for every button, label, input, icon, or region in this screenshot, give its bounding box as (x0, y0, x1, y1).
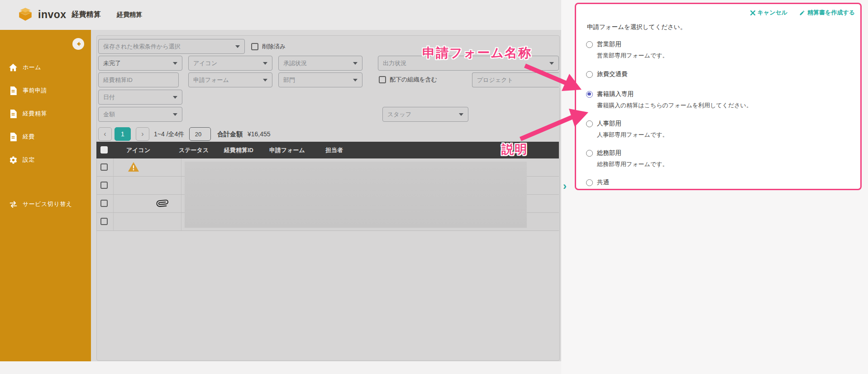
include-sub-org-checkbox-row[interactable]: 配下の組織を含む (379, 76, 437, 84)
form-option-hr[interactable]: 人事部用 (586, 120, 621, 128)
form-option-description: 人事部専用フォームです。 (597, 131, 668, 139)
form-option-common[interactable]: 共通 (586, 178, 609, 187)
include-sub-org-label: 配下の組織を含む (390, 76, 437, 84)
prev-page-button[interactable]: ‹ (98, 127, 112, 141)
sidebar-item-pre-application[interactable]: 事前申請 (0, 83, 91, 98)
expense-id-input[interactable]: 経費精算ID (98, 72, 179, 87)
sidebar-item-label: 経費 (23, 133, 35, 141)
row-checkbox[interactable] (100, 218, 108, 225)
radio-selected-icon[interactable] (586, 91, 593, 98)
per-page-value: 20 (195, 131, 201, 138)
saved-search-select[interactable]: 保存された検索条件から選択 (98, 39, 245, 54)
application-form-select[interactable]: 申請フォーム (188, 72, 272, 87)
deleted-checkbox-row[interactable]: 削除済み (251, 43, 286, 51)
department-select[interactable]: 部門 (278, 72, 362, 87)
sidebar-item-label: ホーム (23, 63, 41, 72)
form-option-general-affairs[interactable]: 総務部用 (586, 149, 621, 157)
create-settlement-label: 精算書を作成する (807, 9, 855, 17)
sidebar-item-expense-settlement[interactable]: 経費精算 (0, 106, 91, 121)
row-checkbox[interactable] (100, 182, 108, 189)
bottom-strip (0, 361, 561, 374)
invox-logo-icon (17, 7, 33, 22)
paperclip-icon (157, 197, 168, 209)
form-option-label: 総務部用 (597, 149, 621, 157)
column-header-icon[interactable]: アイコン (126, 146, 150, 154)
chevron-down-icon (459, 113, 463, 116)
current-page-button[interactable]: 1 (114, 127, 131, 141)
form-option-label: 営業部用 (597, 40, 621, 48)
form-option-description: 総務部専用フォームです。 (597, 160, 668, 168)
sidebar-item-switch-service[interactable]: サービス切り替え (0, 197, 91, 212)
app-root: invox 経費精算 経費精算 ホーム 事前申請 経費 (0, 0, 868, 374)
create-settlement-button[interactable]: 精算書を作成する (799, 9, 855, 17)
document-icon (8, 133, 18, 141)
next-page-button[interactable]: › (136, 127, 149, 141)
project-input[interactable]: プロジェクト (472, 72, 559, 87)
panel-actions: キャンセル 精算書を作成する (750, 9, 855, 17)
select-all-checkbox[interactable] (100, 146, 108, 153)
amount-select[interactable]: 金額 (98, 107, 182, 122)
table-header: アイコン ステータス 経費精算ID 申請フォーム 担当者 (96, 142, 559, 158)
brand-name: invox (38, 9, 67, 21)
deleted-checkbox[interactable] (251, 43, 258, 50)
chevron-down-icon (549, 62, 554, 65)
radio-unselected-icon[interactable] (586, 41, 593, 48)
main-content: 保存された検索条件から選択 削除済み 未完了 アイコン 承認状況 出力状況 経費… (91, 30, 561, 361)
icon-select[interactable]: アイコン (188, 56, 272, 71)
form-option-travel[interactable]: 旅費交通費 (586, 70, 628, 78)
brand-suffix: 経費精算 (72, 10, 101, 19)
expense-id-placeholder: 経費精算ID (103, 76, 133, 84)
chevron-right-icon: › (141, 130, 143, 138)
document-icon (8, 110, 18, 118)
chevron-left-icon: ‹ (104, 130, 106, 138)
form-option-description: 書籍購入の精算はこちらのフォームを利用してください。 (597, 101, 752, 110)
column-header-status[interactable]: ステータス (179, 146, 209, 154)
radio-unselected-icon[interactable] (586, 150, 593, 157)
form-option-sales[interactable]: 営業部用 (586, 40, 621, 48)
chevron-down-icon (173, 113, 177, 116)
chevron-down-icon (235, 45, 240, 48)
header-nav-expense-settlement[interactable]: 経費精算 (117, 11, 142, 19)
form-select-drawer: › キャンセル 精算書を作成する 申請フォームを選択してください。 (561, 0, 868, 374)
approval-status-select[interactable]: 承認状況 (278, 56, 362, 71)
chevron-down-icon (353, 79, 358, 82)
chevron-down-icon (353, 62, 358, 65)
include-sub-org-checkbox[interactable] (379, 76, 386, 83)
sidebar-collapse-button[interactable] (72, 38, 84, 50)
row-checkbox[interactable] (100, 200, 108, 207)
redacted-table-content (185, 162, 527, 228)
chevron-down-icon (173, 96, 177, 99)
app-header: invox 経費精算 経費精算 (0, 0, 561, 30)
chevron-down-icon (263, 62, 267, 65)
project-placeholder: プロジェクト (477, 76, 513, 84)
close-icon (750, 10, 755, 15)
brand-logo[interactable]: invox 経費精算 (17, 7, 101, 22)
radio-unselected-icon[interactable] (586, 179, 593, 186)
cancel-button[interactable]: キャンセル (750, 9, 788, 17)
annotation-description: 説明 (501, 141, 528, 158)
status-select[interactable]: 未完了 (98, 56, 182, 71)
column-header-expense-id[interactable]: 経費精算ID (224, 146, 253, 154)
form-option-book-purchase[interactable]: 書籍購入専用 (586, 90, 634, 98)
column-header-form[interactable]: 申請フォーム (269, 146, 305, 154)
row-checkbox[interactable] (100, 163, 108, 171)
sidebar-item-label: 経費精算 (23, 110, 47, 118)
form-option-label: 人事部用 (597, 120, 621, 128)
radio-unselected-icon[interactable] (586, 120, 593, 127)
column-header-assignee[interactable]: 担当者 (325, 146, 343, 154)
form-option-label: 書籍購入専用 (597, 90, 634, 98)
date-select[interactable]: 日付 (98, 90, 182, 105)
output-placeholder: 出力状況 (383, 59, 406, 67)
form-option-description: 営業部専用フォームです。 (597, 52, 668, 60)
drawer-expand-chevron[interactable]: › (563, 181, 567, 192)
staff-select[interactable]: スタッフ (382, 107, 468, 122)
form-option-label: 共通 (597, 178, 609, 187)
panel-instruction: 申請フォームを選択してください。 (587, 23, 686, 31)
sidebar: ホーム 事前申請 経費精算 経費 設定 (0, 30, 91, 361)
sidebar-item-settings[interactable]: 設定 (0, 152, 91, 168)
sidebar-item-expense[interactable]: 経費 (0, 129, 91, 144)
radio-unselected-icon[interactable] (586, 71, 593, 78)
per-page-select[interactable]: 20 (189, 127, 211, 141)
home-icon (8, 63, 18, 72)
sidebar-item-home[interactable]: ホーム (0, 60, 91, 75)
